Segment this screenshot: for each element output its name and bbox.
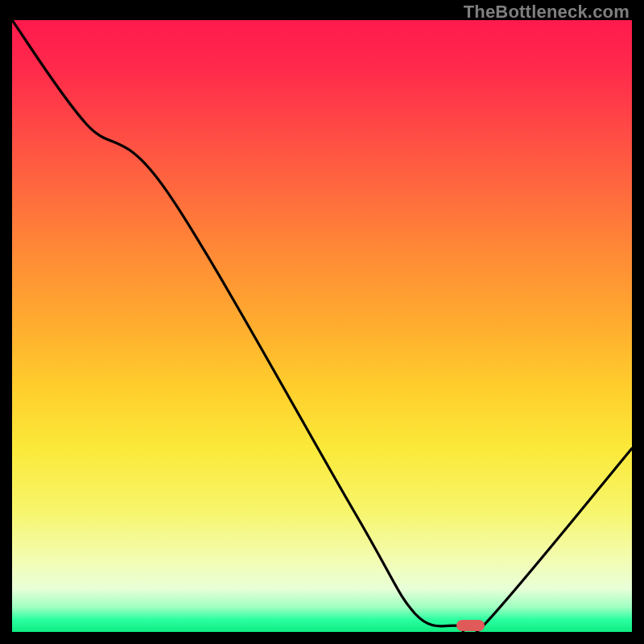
watermark-text: TheBottleneck.com <box>464 2 630 23</box>
optimal-point-marker <box>456 620 485 631</box>
bottleneck-curve-svg <box>12 20 632 632</box>
chart-plot-area <box>12 20 632 632</box>
bottleneck-curve-path <box>12 20 632 632</box>
